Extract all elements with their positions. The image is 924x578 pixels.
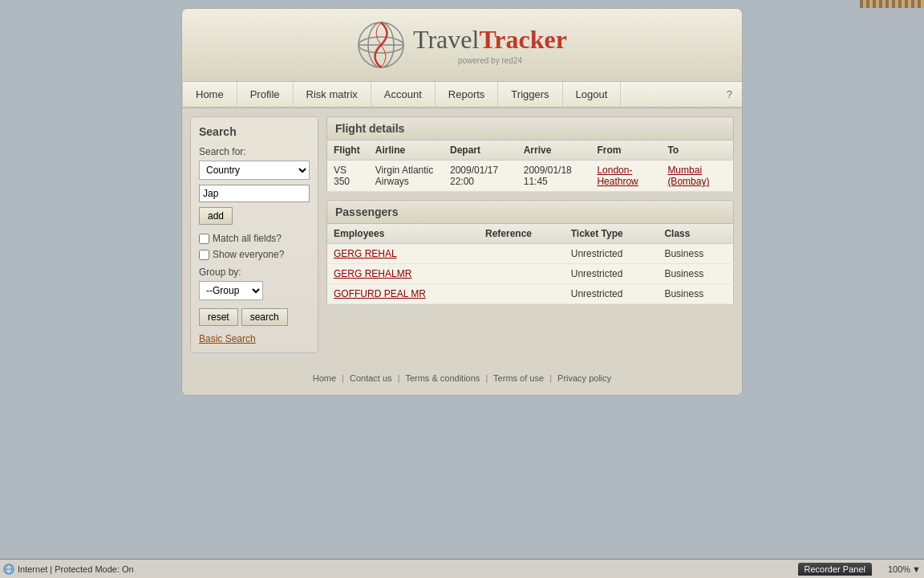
search-text-input[interactable] xyxy=(199,185,310,202)
footer-contact[interactable]: Contact us xyxy=(350,373,392,383)
content-area: Search Search for: Country Flight Employ… xyxy=(182,108,742,361)
passenger-ticket-2: Unrestricted xyxy=(565,264,659,284)
col-arrive: Arrive xyxy=(517,140,591,161)
zoom-level: 100% xyxy=(888,564,910,574)
footer-privacy[interactable]: Privacy policy xyxy=(557,373,611,383)
search-button[interactable]: search xyxy=(241,308,288,326)
passenger-ref-1 xyxy=(479,244,565,264)
nav-risk-matrix[interactable]: Risk matrix xyxy=(294,82,371,107)
col-to: To xyxy=(661,140,733,161)
nav-profile[interactable]: Profile xyxy=(237,82,294,107)
passenger-ref-3 xyxy=(479,284,565,304)
footer-home[interactable]: Home xyxy=(313,373,336,383)
status-left: Internet | Protected Mode: On xyxy=(3,564,798,575)
search-for-dropdown[interactable]: Country Flight Employee Reference xyxy=(199,161,310,180)
search-action-buttons: reset search xyxy=(199,308,310,326)
nav-triggers[interactable]: Triggers xyxy=(498,82,562,107)
search-for-label: Search for: xyxy=(199,146,310,157)
header: TravelTracker powered by red24 xyxy=(182,9,742,82)
internet-status: Internet | Protected Mode: On xyxy=(18,564,134,574)
flight-details-heading: Flight details xyxy=(326,116,734,140)
help-icon[interactable]: ? xyxy=(717,82,742,107)
zoom-control[interactable]: 100% ▼ xyxy=(888,564,921,574)
top-decorative-bar xyxy=(860,0,924,8)
col-employees: Employees xyxy=(327,224,480,244)
table-row: GERG REHAL Unrestricted Business xyxy=(327,244,734,264)
flight-depart: 2009/01/17 22:00 xyxy=(444,161,517,192)
passenger-ticket-3: Unrestricted xyxy=(565,284,659,304)
passenger-class-1: Business xyxy=(658,244,733,264)
nav-home[interactable]: Home xyxy=(182,82,237,107)
passenger-name-2: GERG REHALMR xyxy=(327,264,480,284)
match-all-checkbox-label[interactable]: Match all fields? xyxy=(199,233,310,244)
nav-account[interactable]: Account xyxy=(371,82,436,107)
flight-details-table: Flight Airline Depart Arrive From To VS … xyxy=(326,140,734,192)
col-reference: Reference xyxy=(479,224,565,244)
zoom-dropdown-icon[interactable]: ▼ xyxy=(912,564,921,574)
search-panel: Search Search for: Country Flight Employ… xyxy=(190,116,318,353)
show-everyone-checkbox[interactable] xyxy=(199,250,209,260)
passenger-class-2: Business xyxy=(658,264,733,284)
flight-to: Mumbai (Bombay) xyxy=(661,161,733,192)
passengers-table: Employees Reference Ticket Type Class GE… xyxy=(326,224,734,304)
col-airline: Airline xyxy=(369,140,444,161)
show-everyone-checkbox-label[interactable]: Show everyone? xyxy=(199,249,310,260)
col-ticket-type: Ticket Type xyxy=(565,224,659,244)
footer: Home | Contact us | Terms & conditions |… xyxy=(182,361,742,395)
col-depart: Depart xyxy=(444,140,517,161)
globe-icon xyxy=(357,21,405,69)
passenger-name-1: GERG REHAL xyxy=(327,244,480,264)
nav-logout[interactable]: Logout xyxy=(563,82,622,107)
table-row: GERG REHALMR Unrestricted Business xyxy=(327,264,734,284)
status-bar: Internet | Protected Mode: On Recorder P… xyxy=(0,559,924,578)
powered-by: powered by red24 xyxy=(413,56,567,65)
passenger-ref-2 xyxy=(479,264,565,284)
recorder-panel[interactable]: Recorder Panel xyxy=(798,563,872,576)
flight-panel: Flight details Flight Airline Depart Arr… xyxy=(326,116,734,353)
nav-bar: Home Profile Risk matrix Account Reports… xyxy=(182,82,742,108)
passenger-class-3: Business xyxy=(658,284,733,304)
col-class: Class xyxy=(658,224,733,244)
reset-button[interactable]: reset xyxy=(199,308,238,326)
logo-text-area: TravelTracker powered by red24 xyxy=(413,25,567,65)
status-globe-icon xyxy=(3,564,14,575)
passenger-ticket-1: Unrestricted xyxy=(565,244,659,264)
match-all-checkbox[interactable] xyxy=(199,234,209,244)
flight-from: London-Heathrow xyxy=(590,161,661,192)
col-flight: Flight xyxy=(327,140,369,161)
logo-area: TravelTracker powered by red24 xyxy=(198,21,726,69)
add-button[interactable]: add xyxy=(199,207,233,225)
flight-airline: Virgin Atlantic Airways xyxy=(369,161,444,192)
passengers-heading: Passengers xyxy=(326,200,734,224)
flight-arrive: 2009/01/18 11:45 xyxy=(517,161,591,192)
flight-number: VS 350 xyxy=(327,161,369,192)
passenger-name-3: GOFFURD PEAL MR xyxy=(327,284,480,304)
footer-terms-use[interactable]: Terms of use xyxy=(493,373,544,383)
col-from: From xyxy=(590,140,661,161)
nav-reports[interactable]: Reports xyxy=(436,82,499,107)
main-container: TravelTracker powered by red24 Home Prof… xyxy=(181,8,743,396)
search-heading: Search xyxy=(199,125,310,138)
group-by-dropdown[interactable]: --Group Country Airline Class xyxy=(199,281,263,300)
table-row: VS 350 Virgin Atlantic Airways 2009/01/1… xyxy=(327,161,734,192)
table-row: GOFFURD PEAL MR Unrestricted Business xyxy=(327,284,734,304)
basic-search-link[interactable]: Basic Search xyxy=(199,333,256,344)
group-by-label: Group by: xyxy=(199,267,310,278)
footer-terms-conditions[interactable]: Terms & conditions xyxy=(405,373,480,383)
